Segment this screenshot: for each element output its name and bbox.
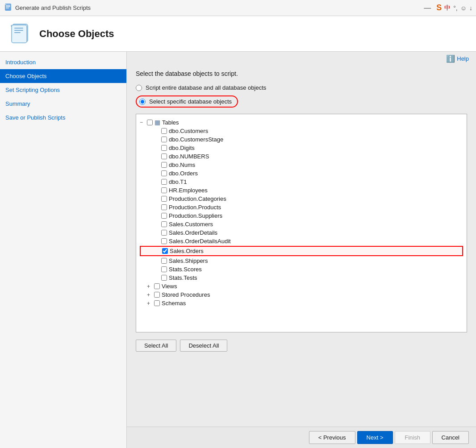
checkbox-dbo-nums[interactable]	[161, 162, 167, 168]
tree-item-dbo-digits: + dbo.Digits	[140, 144, 463, 152]
checkbox-dbo-customersstage[interactable]	[161, 137, 167, 142]
radio-specific-label: Select specific database objects	[149, 98, 232, 105]
sidebar: Introduction Choose Objects Set Scriptin…	[0, 52, 127, 448]
tree-stored-procedures-parent: + Stored Procedures	[140, 290, 463, 299]
stored-procedures-label: Stored Procedures	[162, 291, 210, 298]
tree-schemas-parent: + Schemas	[140, 299, 463, 307]
views-expand-icon[interactable]: +	[147, 283, 152, 290]
stored-procedures-expand-icon[interactable]: +	[147, 292, 152, 298]
instruction-text: Select the database objects to script.	[136, 70, 467, 77]
select-all-button[interactable]: Select All	[136, 340, 176, 352]
radio-specific-highlight: Select specific database objects	[136, 95, 238, 108]
deselect-all-button[interactable]: Deselect All	[180, 340, 227, 352]
finish-button[interactable]: Finish	[395, 431, 430, 444]
brand-icon-zh: 中	[444, 4, 451, 12]
tree-item-dbo-numbers: + dbo.NUMBERS	[140, 152, 463, 161]
views-checkbox[interactable]	[154, 283, 160, 289]
tables-label: Tables	[162, 119, 179, 126]
radio-entire-input[interactable]	[136, 85, 142, 91]
header-icon	[9, 21, 32, 46]
svg-rect-6	[14, 28, 23, 29]
sidebar-item-summary[interactable]: Summary	[0, 97, 126, 111]
action-buttons-row: Select All Deselect All	[136, 340, 467, 352]
tables-folder-icon: ▦	[154, 119, 160, 126]
tree-item-sales-orderdetailsaudit: + Sales.OrderDetailsAudit	[140, 237, 463, 245]
checkbox-dbo-orders[interactable]	[161, 170, 167, 176]
tree-item-dbo-t1: + dbo.T1	[140, 178, 463, 186]
brand-icon-extra: ↓	[469, 4, 472, 12]
svg-rect-0	[5, 4, 11, 11]
sidebar-item-save-or-publish[interactable]: Save or Publish Scripts	[0, 111, 126, 124]
radio-specific-database[interactable]: Select specific database objects	[136, 95, 467, 108]
tree-item-sales-customers: + Sales.Customers	[140, 220, 463, 228]
content-area: ℹ️ Help Select the database objects to s…	[127, 52, 476, 448]
checkbox-stats-tests[interactable]	[161, 275, 167, 281]
brand-icon-smile: ☺	[460, 4, 467, 12]
tables-collapse-icon[interactable]: −	[140, 119, 145, 125]
checkbox-production-products[interactable]	[161, 204, 167, 210]
footer: < Previous Next > Finish Cancel	[127, 427, 476, 448]
sidebar-item-set-scripting-options[interactable]: Set Scripting Options	[0, 83, 126, 97]
tree-item-dbo-customers: + dbo.Customers	[140, 127, 463, 135]
tree-item-dbo-nums: + dbo.Nums	[140, 161, 463, 169]
schemas-label: Schemas	[162, 300, 186, 307]
tree-item-dbo-orders: + dbo.Orders	[140, 169, 463, 178]
svg-rect-3	[6, 8, 9, 8]
minimize-button[interactable]: —	[421, 3, 434, 13]
main-layout: Introduction Choose Objects Set Scriptin…	[0, 52, 476, 448]
app-icon	[4, 3, 13, 13]
tree-item-stats-tests: + Stats.Tests	[140, 274, 463, 282]
tables-checkbox[interactable]	[147, 120, 153, 125]
tree-views-parent: + Views	[140, 282, 463, 290]
stored-procedures-checkbox[interactable]	[154, 292, 160, 298]
header: Choose Objects	[0, 16, 476, 52]
tree-item-production-categories: + Production.Categories	[140, 195, 463, 203]
tree-item-stats-scores: + Stats.Scores	[140, 265, 463, 274]
radio-specific-input[interactable]	[139, 99, 146, 105]
checkbox-dbo-digits[interactable]	[161, 145, 167, 151]
title-bar: Generate and Publish Scripts — S 中 °, ☺ …	[0, 0, 476, 16]
help-bar: ℹ️ Help	[127, 52, 476, 66]
tree-item-production-suppliers: + Production.Suppliers	[140, 212, 463, 220]
checkbox-production-categories[interactable]	[161, 196, 167, 202]
help-link[interactable]: Help	[457, 55, 469, 62]
svg-rect-7	[14, 30, 23, 31]
checkbox-sales-orders[interactable]	[162, 248, 168, 254]
checkbox-hr-employees[interactable]	[161, 187, 167, 193]
checkbox-dbo-numbers[interactable]	[161, 153, 167, 159]
svg-rect-1	[6, 5, 10, 6]
sidebar-item-choose-objects[interactable]: Choose Objects	[0, 69, 126, 83]
checkbox-production-suppliers[interactable]	[161, 213, 167, 219]
checkbox-sales-customers[interactable]	[161, 221, 167, 227]
tree-item-production-products: + Production.Products	[140, 203, 463, 212]
schemas-expand-icon[interactable]: +	[147, 300, 152, 307]
page-title: Choose Objects	[39, 28, 114, 40]
tree-item-sales-orders: + Sales.Orders	[140, 246, 463, 256]
svg-rect-2	[6, 6, 10, 7]
previous-button[interactable]: < Previous	[309, 431, 355, 444]
radio-entire-label: Script entire database and all database …	[146, 84, 266, 91]
brand-icon-s: S	[436, 3, 442, 12]
next-button[interactable]: Next >	[357, 431, 393, 444]
views-label: Views	[162, 283, 177, 290]
brand-icon-dot: °,	[453, 4, 458, 12]
content-body: Select the database objects to script. S…	[127, 66, 476, 427]
title-bar-text: Generate and Publish Scripts	[15, 4, 91, 11]
schemas-checkbox[interactable]	[154, 300, 160, 306]
checkbox-sales-shippers[interactable]	[161, 258, 167, 264]
radio-entire-database[interactable]: Script entire database and all database …	[136, 84, 467, 91]
sidebar-item-introduction[interactable]: Introduction	[0, 55, 126, 69]
tree-item-hr-employees: + HR.Employees	[140, 186, 463, 195]
tree-container[interactable]: − ▦ Tables + dbo.Customers + dbo.Custome…	[136, 114, 467, 332]
checkbox-dbo-t1[interactable]	[161, 179, 167, 185]
tree-item-sales-shippers: + Sales.Shippers	[140, 257, 463, 265]
tree-tables-parent: − ▦ Tables	[140, 118, 463, 127]
checkbox-sales-orderdetailsaudit[interactable]	[161, 238, 167, 244]
svg-rect-8	[14, 32, 21, 33]
checkbox-stats-scores[interactable]	[161, 266, 167, 272]
checkbox-dbo-customers[interactable]	[161, 128, 167, 134]
tree-item-sales-orderdetails: + Sales.OrderDetails	[140, 228, 463, 237]
cancel-button[interactable]: Cancel	[432, 431, 469, 444]
checkbox-sales-orderdetails[interactable]	[161, 230, 167, 236]
help-icon: ℹ️	[446, 54, 455, 63]
